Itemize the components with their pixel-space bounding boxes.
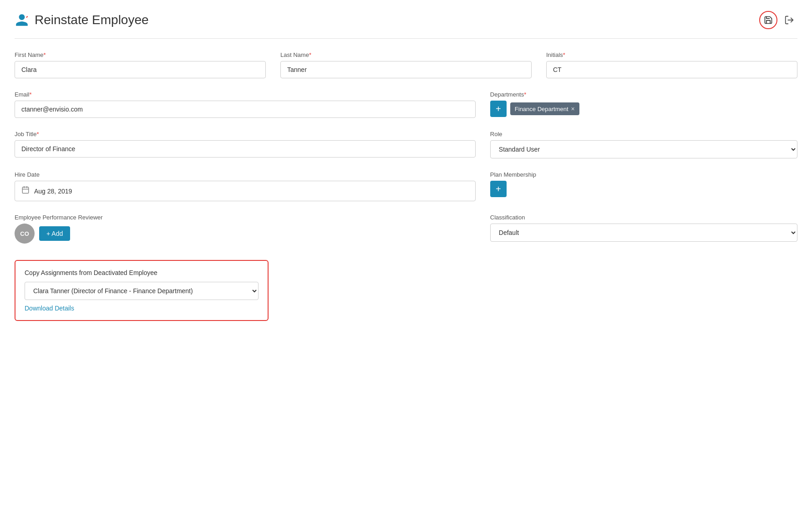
- department-tag-close[interactable]: ×: [571, 105, 575, 112]
- copy-assignments-label: Copy Assignments from Deactivated Employ…: [25, 269, 259, 276]
- plan-membership-label: Plan Membership: [490, 171, 797, 178]
- add-plan-button[interactable]: +: [490, 181, 507, 197]
- departments-required: *: [524, 91, 526, 98]
- last-name-input[interactable]: [280, 61, 532, 78]
- initials-input[interactable]: [546, 61, 797, 78]
- email-label: Email*: [15, 91, 476, 98]
- save-button[interactable]: [759, 11, 777, 29]
- reviewer-avatar: CO: [15, 224, 35, 244]
- last-name-group: Last Name*: [280, 51, 532, 78]
- job-title-label: Job Title*: [15, 131, 476, 137]
- header-actions: [759, 11, 797, 29]
- person-icon: [15, 13, 29, 27]
- first-name-required: *: [44, 51, 46, 58]
- download-details-link[interactable]: Download Details: [25, 305, 74, 312]
- header-left: Reinstate Employee: [15, 13, 149, 27]
- calendar-icon: [21, 186, 30, 196]
- copy-assignments-row: Copy Assignments from Deactivated Employ…: [15, 256, 797, 321]
- email-input[interactable]: [15, 101, 476, 118]
- add-department-button[interactable]: +: [490, 101, 507, 117]
- hire-date-input[interactable]: Aug 28, 2019: [15, 181, 476, 201]
- name-row: First Name* Last Name* Initials*: [15, 51, 797, 78]
- role-label: Role: [490, 131, 797, 137]
- job-title-input[interactable]: [15, 140, 476, 158]
- save-icon: [764, 15, 773, 25]
- first-name-input[interactable]: [15, 61, 266, 78]
- plan-membership-field: +: [490, 181, 797, 197]
- hire-date-group: Hire Date Aug 28, 2019: [15, 171, 476, 201]
- reviewer-field: CO + Add: [15, 224, 476, 244]
- email-dept-row: Email* Departments* + Finance Department…: [15, 91, 797, 118]
- first-name-label: First Name*: [15, 51, 266, 58]
- initials-label: Initials*: [546, 51, 797, 58]
- departments-group: Departments* + Finance Department ×: [490, 91, 797, 118]
- svg-rect-1: [22, 187, 29, 193]
- plan-membership-group: Plan Membership +: [490, 171, 797, 201]
- classification-label: Classification: [490, 214, 797, 221]
- page-title: Reinstate Employee: [35, 13, 149, 27]
- departments-field: + Finance Department ×: [490, 101, 797, 117]
- classification-select[interactable]: Default Full Time Part Time Contract: [490, 224, 797, 242]
- role-select[interactable]: Standard User Admin Manager: [490, 140, 797, 158]
- form: First Name* Last Name* Initials*: [15, 51, 797, 321]
- job-title-group: Job Title*: [15, 131, 476, 158]
- first-name-group: First Name*: [15, 51, 266, 78]
- copy-assignments-select[interactable]: Clara Tanner (Director of Finance - Fina…: [25, 282, 259, 300]
- role-group: Role Standard User Admin Manager: [490, 131, 797, 158]
- reviewer-group: Employee Performance Reviewer CO + Add: [15, 214, 476, 244]
- exit-icon: [784, 15, 794, 25]
- copy-assignments-section: Copy Assignments from Deactivated Employ…: [15, 260, 269, 321]
- departments-label: Departments*: [490, 91, 797, 98]
- classification-group: Classification Default Full Time Part Ti…: [490, 214, 797, 244]
- exit-button[interactable]: [781, 12, 797, 28]
- jobtitle-role-row: Job Title* Role Standard User Admin Mana…: [15, 131, 797, 158]
- email-required: *: [30, 91, 32, 98]
- add-reviewer-button[interactable]: + Add: [39, 226, 70, 241]
- initials-required: *: [563, 51, 565, 58]
- page-container: Reinstate Employee: [0, 0, 812, 519]
- last-name-required: *: [309, 51, 311, 58]
- department-tag: Finance Department ×: [510, 102, 579, 115]
- hire-date-label: Hire Date: [15, 171, 476, 178]
- last-name-label: Last Name*: [280, 51, 532, 58]
- header: Reinstate Employee: [15, 11, 797, 39]
- hiredate-plan-row: Hire Date Aug 28, 2019: [15, 171, 797, 201]
- initials-group: Initials*: [546, 51, 797, 78]
- job-title-required: *: [36, 131, 39, 137]
- email-group: Email*: [15, 91, 476, 118]
- reviewer-label: Employee Performance Reviewer: [15, 214, 476, 221]
- reviewer-classification-row: Employee Performance Reviewer CO + Add C…: [15, 214, 797, 244]
